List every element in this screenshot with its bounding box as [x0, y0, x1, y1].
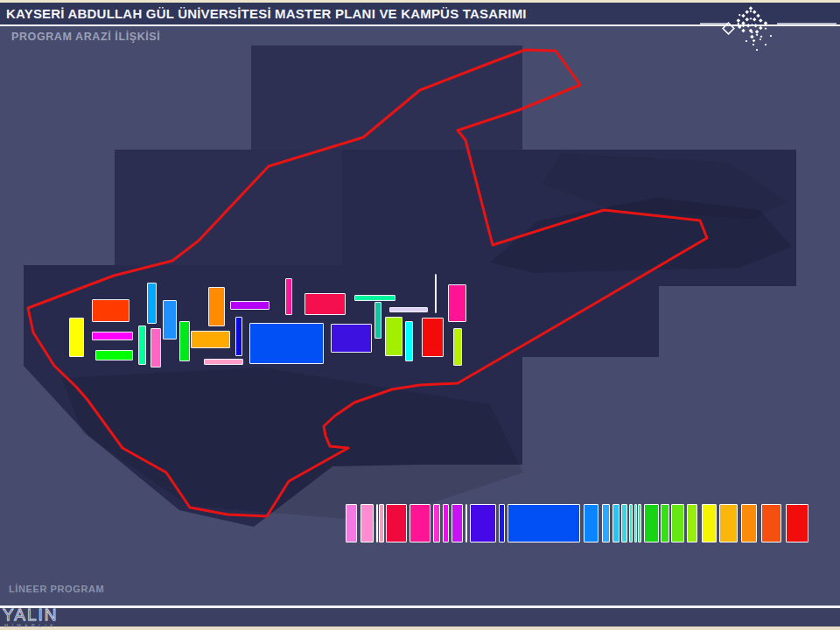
linear-program-segment [629, 504, 633, 542]
linear-program-segment [452, 504, 463, 542]
program-block [92, 332, 133, 340]
title-bar: KAYSERİ ABDULLAH GÜL ÜNİVERSİTESİ MASTER… [0, 0, 840, 26]
linear-program-segment [499, 504, 505, 542]
program-block [163, 300, 177, 340]
map-tile-seam [251, 46, 522, 150]
program-block [331, 324, 372, 353]
program-block [285, 278, 292, 315]
program-block [354, 295, 396, 301]
yalin-logo-subtext: MİMARLIK [4, 623, 57, 628]
yalin-logo-text: YALIN [3, 606, 59, 624]
linear-program-segment [634, 504, 637, 542]
presentation-slide: KAYSERİ ABDULLAH GÜL ÜNİVERSİTESİ MASTER… [0, 0, 840, 630]
linear-program-segment [584, 504, 598, 542]
linear-program-segment [687, 504, 697, 542]
linear-program-segment [470, 504, 496, 542]
linear-program-segment [376, 504, 378, 542]
program-block [208, 287, 225, 326]
program-block [147, 283, 157, 324]
program-block [235, 317, 242, 356]
linear-program-segment [671, 504, 684, 542]
program-block [422, 318, 444, 357]
program-block [92, 299, 130, 322]
linear-program-segment [379, 504, 384, 542]
site-boundary-line [28, 50, 707, 516]
program-block [448, 284, 466, 322]
program-block [453, 328, 462, 366]
program-block [230, 301, 270, 310]
linear-program-segment [719, 504, 738, 542]
map-hill-shading [61, 368, 523, 522]
program-block [389, 307, 428, 312]
logo-scatter-dots [746, 35, 772, 51]
linear-program-segment [612, 504, 620, 542]
linear-program-label: LİNEER PROGRAM [9, 584, 104, 594]
map-dark-area [24, 46, 796, 527]
linear-program-segment [410, 504, 430, 542]
linear-program-segment [702, 504, 717, 542]
linear-program-segment [621, 504, 627, 542]
linear-program-segment [466, 504, 467, 542]
program-block [150, 328, 161, 368]
program-block [95, 350, 133, 360]
linear-program-segment [346, 504, 357, 542]
program-block [179, 321, 190, 361]
program-block [204, 359, 243, 365]
map-hill-shading [542, 153, 788, 219]
program-block [304, 293, 346, 315]
program-block [405, 321, 413, 361]
slide-title: KAYSERİ ABDULLAH GÜL ÜNİVERSİTESİ MASTER… [0, 3, 840, 21]
linear-program-segment [602, 504, 610, 542]
program-block [374, 302, 382, 339]
linear-program-segment [508, 504, 580, 542]
program-block [249, 323, 324, 364]
linear-program-segment [741, 504, 757, 542]
linear-program-segment [644, 504, 659, 542]
program-block [138, 326, 146, 365]
linear-program-segment [386, 504, 407, 542]
yalin-logo: YALIN MİMARLIK [2, 606, 133, 629]
linear-program-segment [433, 504, 440, 542]
linear-program-segment [761, 504, 781, 542]
page-title: PROGRAM ARAZİ İLİŞKİSİ [11, 31, 160, 43]
linear-program-segment [661, 504, 669, 542]
linear-program-segment [360, 504, 374, 542]
linear-program-segment [638, 504, 641, 542]
program-block [69, 318, 84, 357]
program-block [385, 317, 402, 356]
program-block [191, 331, 230, 348]
map-hill-shading [490, 198, 792, 273]
map-tiles [24, 46, 796, 527]
map-tile-seam [115, 150, 342, 265]
linear-program-segment [786, 504, 808, 542]
linear-program-segment [443, 504, 449, 542]
program-block [435, 274, 437, 313]
